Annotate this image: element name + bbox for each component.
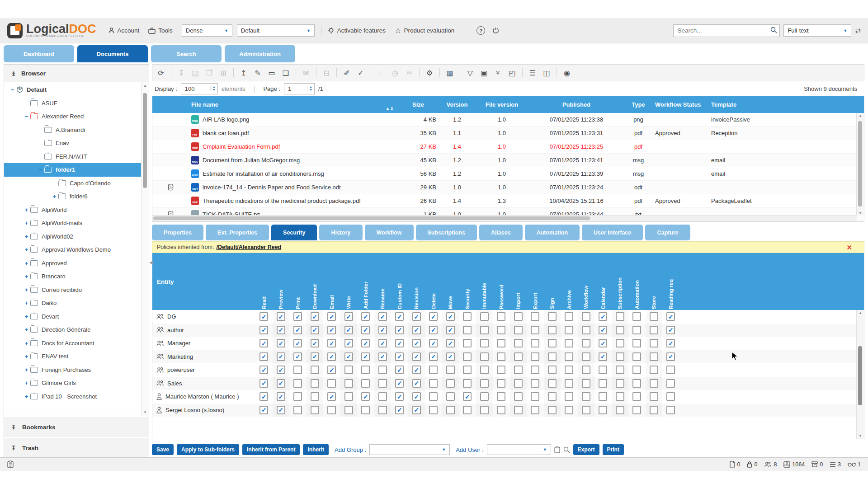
- tree-node-gilmore-girls[interactable]: +Gilmore Girls: [4, 376, 142, 390]
- document-name[interactable]: PDFCmplaint Evaluation Form.pdf: [189, 142, 397, 151]
- permission-column-read[interactable]: Read: [255, 253, 273, 310]
- checkbox-read[interactable]: ✓: [259, 392, 268, 401]
- checkbox-immutable[interactable]: [480, 392, 489, 401]
- sidebar-collapse-icon[interactable]: ◀: [149, 260, 153, 265]
- detail-tab-user-interface[interactable]: User Interface: [582, 225, 643, 240]
- detail-tab-ext-properties[interactable]: Ext. Properties: [206, 225, 269, 240]
- tab-dashboard[interactable]: Dashboard: [4, 45, 74, 62]
- calendar-icon[interactable]: ▦: [446, 69, 454, 77]
- checkbox-calendar[interactable]: [599, 392, 607, 401]
- checkbox-export[interactable]: [531, 379, 539, 388]
- checkbox-security[interactable]: [463, 366, 472, 374]
- checkbox-write[interactable]: [344, 379, 353, 388]
- checkbox-rename[interactable]: [378, 406, 387, 414]
- search-mode-dropdown[interactable]: Full-text▼: [783, 24, 851, 37]
- checkbox-write[interactable]: ✓: [344, 326, 353, 334]
- checkbox-revision[interactable]: ✓: [412, 406, 421, 414]
- permission-column-custom-id[interactable]: Custom ID: [391, 253, 408, 310]
- checkbox-add-folder[interactable]: [361, 366, 370, 374]
- checkbox-move[interactable]: [446, 366, 455, 374]
- checkbox-add-folder[interactable]: [361, 379, 370, 388]
- checkbox-email[interactable]: ✓: [327, 392, 336, 401]
- permission-row-maurice-marston-maurice[interactable]: Maurice Marston ( Maurice )✓✓✓✓✓✓✓: [152, 390, 864, 404]
- checkbox-archive[interactable]: [565, 406, 573, 414]
- checkbox-import[interactable]: [514, 312, 523, 321]
- checkbox-store[interactable]: [650, 406, 658, 414]
- checkbox-sign[interactable]: [548, 366, 557, 374]
- approve-icon[interactable]: ✓: [357, 69, 365, 77]
- permission-column-reading-req[interactable]: Reading req: [662, 253, 679, 310]
- permission-row-manager[interactable]: Manager✓✓✓✓✓✓✓✓✓✓✓✓✓✓: [152, 337, 864, 350]
- apply-to-subfolders-button[interactable]: Apply to Sub-folders: [177, 444, 239, 455]
- tree-node-alexander-reed[interactable]: −Alexander Reed: [4, 110, 142, 123]
- detail-tab-properties[interactable]: Properties: [152, 225, 203, 240]
- checkbox-revision[interactable]: ✓: [412, 339, 421, 347]
- tree-node-approved[interactable]: +Approved: [4, 257, 142, 270]
- permission-column-delete[interactable]: Delete: [425, 253, 442, 310]
- checkbox-security[interactable]: [463, 406, 472, 414]
- close-icon[interactable]: ✕: [846, 244, 852, 252]
- checkbox-workflow[interactable]: [582, 392, 590, 401]
- display-count-stepper[interactable]: 100 ▲▼: [181, 83, 218, 94]
- checkbox-import[interactable]: [514, 352, 523, 361]
- checkbox-password[interactable]: [497, 366, 505, 374]
- checkbox-automation[interactable]: [632, 339, 641, 347]
- checkbox-calendar[interactable]: [599, 406, 607, 414]
- inherit-button[interactable]: Inherit: [303, 444, 329, 455]
- checkbox-revision[interactable]: ✓: [412, 326, 421, 334]
- stepper-arrows-icon[interactable]: ▲▼: [307, 86, 314, 91]
- checkbox-download[interactable]: [311, 379, 319, 388]
- checkbox-write[interactable]: [344, 366, 353, 374]
- expand-icon[interactable]: +: [23, 260, 30, 267]
- checkbox-password[interactable]: [497, 352, 505, 361]
- checkbox-custom-id[interactable]: ✓: [395, 366, 404, 374]
- tree-node-brancaro[interactable]: +Brancaro: [4, 270, 142, 283]
- checkbox-reading-req[interactable]: ✓: [666, 339, 675, 347]
- checkbox-calendar[interactable]: [599, 366, 607, 374]
- checkbox-revision[interactable]: ✓: [412, 352, 421, 361]
- checkbox-workflow[interactable]: [582, 352, 590, 361]
- checkbox-workflow[interactable]: [582, 379, 590, 388]
- checkbox-import[interactable]: [514, 366, 523, 374]
- document-name[interactable]: ODTinvoice-174_14 - Dennis Paper and Foo…: [189, 183, 397, 192]
- tree-node-capo-d-orlando[interactable]: Capo d'Orlando: [4, 177, 142, 190]
- clipboard-status-icon[interactable]: [7, 460, 14, 468]
- checkbox-calendar[interactable]: ✓: [599, 312, 607, 321]
- column-published[interactable]: Published: [528, 101, 624, 108]
- column-workflow-status[interactable]: Workflow Status: [652, 101, 708, 108]
- document-row[interactable]: PDFblank car loan.pdf35 KB1.11.007/01/20…: [152, 127, 864, 140]
- checkbox-calendar[interactable]: ✓: [599, 352, 607, 361]
- permission-column-workflow[interactable]: Workflow: [578, 253, 595, 310]
- detail-tab-security[interactable]: Security: [271, 225, 317, 240]
- checkbox-automation[interactable]: [632, 379, 641, 388]
- checkbox-import[interactable]: [514, 339, 523, 347]
- checkbox-custom-id[interactable]: ✓: [395, 406, 404, 414]
- upload-icon[interactable]: ↥: [240, 69, 248, 77]
- tab-search[interactable]: Search: [151, 45, 222, 62]
- activable-features-button[interactable]: Activable features: [328, 27, 386, 34]
- list-view-icon[interactable]: ☰: [528, 69, 537, 77]
- tree-node-enav-test[interactable]: +ENAV test: [4, 350, 142, 363]
- checkbox-download[interactable]: [311, 406, 319, 414]
- column-file-name[interactable]: File name ▲2: [189, 101, 397, 108]
- checkbox-email[interactable]: ✓: [327, 339, 336, 347]
- checkbox-archive[interactable]: [565, 326, 573, 334]
- checkbox-add-folder[interactable]: ✓: [361, 392, 370, 401]
- expand-icon[interactable]: +: [23, 353, 30, 360]
- checkbox-read[interactable]: ✓: [259, 312, 268, 321]
- checkbox-reading-req[interactable]: ✓: [666, 326, 675, 334]
- chart-view-icon[interactable]: ◫: [542, 69, 551, 77]
- add-group-dropdown[interactable]: ▼: [369, 444, 450, 455]
- checkbox-archive[interactable]: [565, 312, 573, 321]
- column-version[interactable]: Version: [439, 101, 475, 108]
- checkbox-automation[interactable]: [632, 312, 641, 321]
- checkbox-security[interactable]: [463, 379, 472, 388]
- checkbox-immutable[interactable]: [480, 366, 489, 374]
- checkbox-delete[interactable]: ✓: [429, 312, 438, 321]
- checkbox-read[interactable]: ✓: [259, 326, 268, 334]
- stepper-arrows-icon[interactable]: ▲▼: [210, 86, 217, 91]
- checkbox-password[interactable]: [497, 406, 505, 414]
- power-icon[interactable]: [492, 27, 499, 34]
- permission-row-author[interactable]: author✓✓✓✓✓✓✓✓✓✓✓✓✓✓: [152, 324, 864, 337]
- tree-node-default[interactable]: −Default: [4, 83, 142, 97]
